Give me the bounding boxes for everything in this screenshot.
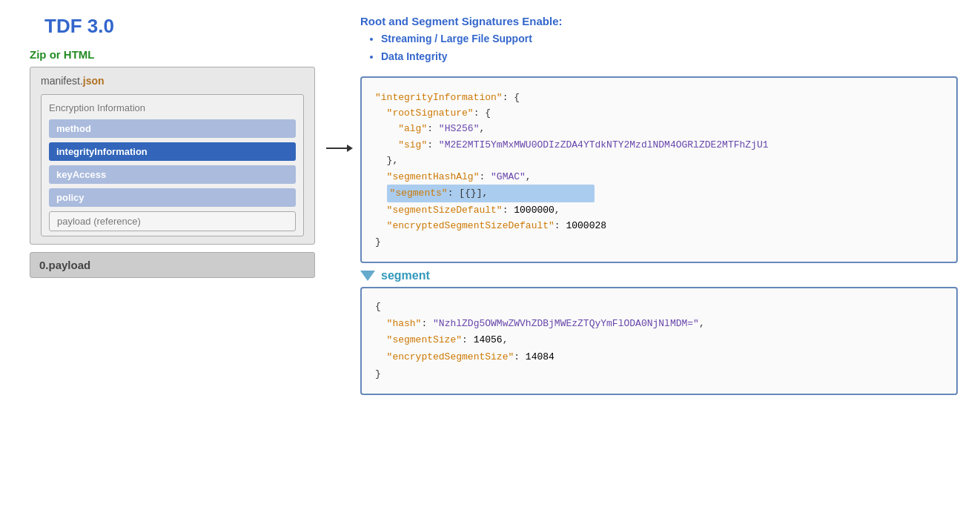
tdf-title: TDF 3.0 — [44, 15, 114, 38]
left-panel: TDF 3.0 Zip or HTML manifest.json Encryp… — [22, 15, 334, 492]
top-code-box: "integrityInformation": { "rootSignature… — [360, 76, 958, 263]
manifest-inner: Encryption Information method integrityI… — [41, 94, 304, 236]
bottom-line-5: } — [375, 366, 943, 383]
code-line-7: "segments": [{}], — [375, 185, 943, 202]
code-line-10: } — [375, 234, 943, 250]
method-item[interactable]: method — [49, 119, 296, 138]
bottom-line-4: "encryptedSegmentSize": 14084 — [375, 349, 943, 366]
zip-html-label: Zip or HTML — [30, 48, 94, 61]
down-arrow-icon — [360, 271, 375, 281]
integrity-item[interactable]: integrityInformation — [49, 142, 296, 161]
payload-section: 0.payload — [30, 252, 315, 278]
code-line-4: "sig": "M2E2MTI5YmMxMWU0ODIzZDA4YTdkNTY2… — [375, 137, 943, 153]
key-access-item[interactable]: keyAccess — [49, 165, 296, 184]
bottom-line-2: "hash": "NzhlZDg5OWMwZWVhZDBjMWEzZTQyYmF… — [375, 316, 943, 333]
code-line-3: "alg": "HS256", — [375, 121, 943, 136]
segment-label-row: segment — [360, 269, 958, 282]
payload-ref-item: payload (reference) — [49, 211, 296, 231]
right-panel: Root and Segment Signatures Enable: Stre… — [353, 15, 958, 492]
bullet-1: Streaming / Large File Support — [381, 30, 958, 48]
code-line-6: "segmentHashAlg": "GMAC", — [375, 169, 943, 185]
code-line-1: "integrityInformation": { — [375, 90, 943, 105]
code-line-2: "rootSignature": { — [375, 105, 943, 121]
bullet-2: Data Integrity — [381, 48, 958, 66]
enc-info-label: Encryption Information — [49, 102, 296, 113]
right-arrow-icon — [326, 141, 353, 156]
code-line-5: }, — [375, 153, 943, 168]
policy-item[interactable]: policy — [49, 188, 296, 207]
header-bullets: Root and Segment Signatures Enable: Stre… — [360, 15, 958, 66]
manifest-label: manifest.json — [41, 75, 304, 87]
segment-title: segment — [381, 269, 430, 282]
svg-marker-1 — [347, 145, 353, 152]
header-title: Root and Segment Signatures Enable: — [360, 15, 958, 27]
bullets-list: Streaming / Large File Support Data Inte… — [360, 30, 958, 66]
bottom-line-1: { — [375, 299, 943, 316]
manifest-box: manifest.json Encryption Information met… — [30, 67, 315, 245]
bottom-line-3: "segmentSize": 14056, — [375, 332, 943, 349]
code-line-8: "segmentSizeDefault": 1000000, — [375, 202, 943, 218]
arrow-right — [326, 15, 353, 492]
code-line-9: "encryptedSegmentSizeDefault": 1000028 — [375, 218, 943, 233]
bottom-code-box: { "hash": "NzhlZDg5OWMwZWVhZDBjMWEzZTQyY… — [360, 287, 958, 395]
segments-highlight: "segments": [{}], — [387, 185, 595, 202]
